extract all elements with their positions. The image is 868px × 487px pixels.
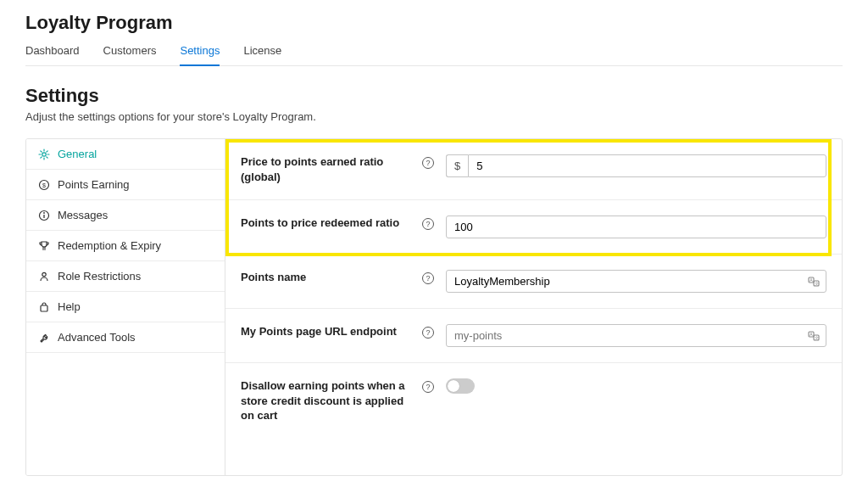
- tabs: DashboardCustomersSettingsLicense: [25, 44, 843, 66]
- label-url-endpoint: My Points page URL endpoint: [241, 324, 410, 339]
- input-price-to-points[interactable]: [468, 154, 826, 177]
- sidebar-item-label: Role Restrictions: [58, 270, 141, 283]
- label-price-to-points: Price to points earned ratio (global): [241, 154, 410, 184]
- sidebar-item-label: Advanced Tools: [58, 331, 136, 344]
- coin-icon: [38, 179, 50, 191]
- tab-settings[interactable]: Settings: [180, 44, 220, 65]
- sidebar-item-label: Messages: [58, 209, 108, 221]
- sidebar-item-general[interactable]: General: [26, 139, 225, 170]
- sidebar-item-advanced-tools[interactable]: Advanced Tools: [26, 322, 225, 353]
- settings-sidebar: GeneralPoints EarningMessagesRedemption …: [26, 139, 225, 475]
- label-points-name: Points name: [241, 270, 410, 285]
- sidebar-item-label: Redemption & Expiry: [58, 239, 161, 252]
- sidebar-item-redemption-expiry[interactable]: Redemption & Expiry: [26, 231, 225, 261]
- tab-dashboard[interactable]: Dashboard: [25, 44, 80, 65]
- settings-content: Price to points earned ratio (global) ? …: [225, 139, 842, 475]
- sidebar-item-label: General: [58, 148, 97, 160]
- sidebar-item-role-restrictions[interactable]: Role Restrictions: [26, 261, 225, 292]
- row-price-to-points: Price to points earned ratio (global) ? …: [225, 139, 842, 200]
- input-url-endpoint[interactable]: [446, 324, 826, 347]
- tab-license[interactable]: License: [243, 44, 281, 65]
- bag-icon: [38, 301, 50, 313]
- tab-customers[interactable]: Customers: [103, 44, 157, 65]
- row-points-name: Points name ?: [225, 255, 842, 309]
- row-disallow-earning: Disallow earning points when a store cre…: [225, 363, 842, 439]
- help-icon[interactable]: ?: [422, 327, 434, 339]
- toggle-disallow-earning[interactable]: [446, 378, 475, 394]
- help-icon[interactable]: ?: [422, 381, 434, 393]
- person-icon: [38, 271, 50, 283]
- wrench-icon: [38, 332, 50, 344]
- page-title: Loyalty Program: [25, 12, 843, 34]
- help-icon[interactable]: ?: [422, 218, 434, 230]
- sidebar-item-points-earning[interactable]: Points Earning: [26, 170, 225, 200]
- translate-icon[interactable]: [808, 276, 820, 288]
- sidebar-item-help[interactable]: Help: [26, 292, 225, 322]
- input-points-to-price[interactable]: [446, 216, 826, 238]
- translate-icon[interactable]: [808, 330, 820, 342]
- section-title: Settings: [25, 85, 843, 107]
- help-icon[interactable]: ?: [422, 272, 434, 284]
- help-icon[interactable]: ?: [422, 157, 434, 169]
- sidebar-item-messages[interactable]: Messages: [26, 200, 225, 231]
- currency-prefix: $: [446, 154, 468, 177]
- sidebar-item-label: Help: [58, 300, 81, 313]
- gear-icon: [38, 148, 50, 160]
- input-points-name[interactable]: [446, 270, 826, 293]
- label-disallow-earning: Disallow earning points when a store cre…: [241, 378, 410, 423]
- settings-panel: GeneralPoints EarningMessagesRedemption …: [25, 138, 843, 476]
- trophy-icon: [38, 240, 50, 252]
- info-icon: [38, 210, 50, 221]
- row-points-to-price: Points to price redeemed ratio ?: [225, 200, 842, 255]
- sidebar-item-label: Points Earning: [58, 178, 130, 191]
- section-subtitle: Adjust the settings options for your sto…: [25, 110, 843, 123]
- row-url-endpoint: My Points page URL endpoint ?: [225, 309, 842, 363]
- label-points-to-price: Points to price redeemed ratio: [241, 216, 410, 231]
